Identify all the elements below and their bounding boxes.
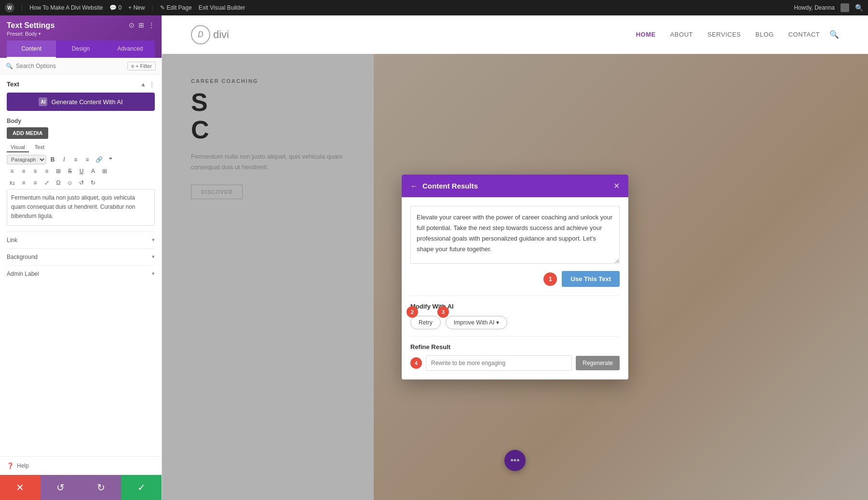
ordered-list-button[interactable]: ≡ <box>82 154 93 165</box>
help-section[interactable]: ❓ Help <box>0 456 162 475</box>
refine-label: Refine Result <box>410 343 620 351</box>
subscript-button[interactable]: x₂ <box>7 177 17 188</box>
toolbar-row-3: x₂ ≡ ≡ ⤢ Ω ☺ ↺ ↻ <box>7 177 155 188</box>
admin-search-icon[interactable]: 🔍 <box>855 4 863 12</box>
regenerate-button[interactable]: Regenerate <box>576 356 620 370</box>
bottom-actions: ✕ ↺ ↻ ✓ <box>0 475 162 500</box>
refine-section: Refine Result 4 Regenerate <box>410 343 620 371</box>
admin-label-section-header[interactable]: Admin Label ▾ <box>7 270 155 277</box>
nav-search-icon[interactable]: 🔍 <box>829 30 839 39</box>
link-button[interactable]: 🔗 <box>94 154 104 165</box>
website-preview: D divi HOME ABOUT SERVICES BLOG CONTACT … <box>162 15 868 500</box>
undo-editor-button[interactable]: ↺ <box>76 177 87 188</box>
refine-input-row: Regenerate <box>426 355 620 371</box>
admin-label-section: Admin Label ▾ <box>7 265 155 282</box>
panel-content: Text ▲ ⋮ AI Generate Content With AI Bod… <box>0 75 162 456</box>
align-left-button[interactable]: ≡ <box>7 166 17 176</box>
redo-button[interactable]: ↻ <box>81 475 122 500</box>
save-button[interactable]: ✓ <box>121 475 162 500</box>
tab-content[interactable]: Content <box>7 41 56 58</box>
refine-input[interactable] <box>426 355 572 371</box>
nav-link-services[interactable]: SERVICES <box>707 31 741 38</box>
wp-logo-icon[interactable]: W <box>5 3 14 13</box>
editor-content-area[interactable]: Fermentum nulla non justo aliquet, quis … <box>7 189 155 226</box>
use-text-button[interactable]: Use This Text <box>562 271 620 287</box>
improve-button[interactable]: Improve With AI ▾ <box>446 316 508 329</box>
special-char-button[interactable]: Ω <box>53 177 64 188</box>
admin-label-chevron-icon: ▾ <box>152 270 155 277</box>
editor-tab-text[interactable]: Text <box>31 143 48 152</box>
panel-header: Text Settings Preset: Body ▾ ⊙ ⊞ ⋮ Conte… <box>0 15 162 58</box>
paragraph-select[interactable]: Paragraph <box>7 155 46 164</box>
new-link[interactable]: + New <box>128 4 145 11</box>
nav-link-blog[interactable]: BLOG <box>756 31 774 38</box>
admin-label-label: Admin Label <box>7 270 39 277</box>
exit-builder-link[interactable]: Exit Visual Builder <box>199 4 245 11</box>
unordered-list-button[interactable]: ≡ <box>70 154 81 165</box>
search-icon: 🔍 <box>6 63 13 69</box>
editor-tab-visual[interactable]: Visual <box>7 143 29 152</box>
align-right-button[interactable]: ≡ <box>30 166 41 176</box>
modal-header-left: ← Content Results <box>410 182 478 190</box>
generate-ai-button[interactable]: AI Generate Content With AI <box>7 93 155 111</box>
retry-button[interactable]: Retry <box>410 316 441 329</box>
tab-design[interactable]: Design <box>56 41 105 58</box>
indent-button[interactable]: ≡ <box>18 177 29 188</box>
nav-link-home[interactable]: HOME <box>636 31 656 38</box>
strikethrough-button[interactable]: S <box>65 166 75 176</box>
background-section-header[interactable]: Background ▾ <box>7 254 155 260</box>
panel-preset[interactable]: Preset: Body ▾ <box>7 31 54 37</box>
panel-header-icons: ⊙ ⊞ ⋮ <box>129 21 155 29</box>
text-section-header: Text ▲ ⋮ <box>7 81 155 88</box>
tab-advanced[interactable]: Advanced <box>106 41 155 58</box>
link-chevron-icon: ▾ <box>152 237 155 243</box>
logo-circle: D <box>191 25 210 44</box>
section-title-text: Text <box>7 81 19 88</box>
modal-header: ← Content Results ✕ <box>402 175 628 197</box>
search-options-input[interactable] <box>16 63 127 69</box>
underline-button[interactable]: U <box>76 166 87 176</box>
emoji-button[interactable]: ☺ <box>65 177 75 188</box>
outdent-button[interactable]: ≡ <box>30 177 41 188</box>
section-toggle-text[interactable]: ▲ ⋮ <box>140 81 155 88</box>
expand-button[interactable]: ⤢ <box>41 177 52 188</box>
badge-1: 1 <box>543 272 557 286</box>
chevron-up-icon: ▲ <box>140 81 146 88</box>
background-section: Background ▾ <box>7 248 155 265</box>
editor-tabs-row: Visual Text <box>7 143 155 152</box>
table-button[interactable]: ⊞ <box>53 166 64 176</box>
add-media-button[interactable]: ADD MEDIA <box>7 127 48 139</box>
admin-bar-right: Howdy, Deanna 🔍 <box>794 3 864 12</box>
undo-button[interactable]: ↺ <box>41 475 81 500</box>
panel-more-icon[interactable]: ⋮ <box>148 21 155 29</box>
content-result-textarea[interactable]: Elevate your career with the power of ca… <box>410 206 620 264</box>
site-logo: D divi <box>191 25 229 44</box>
link-label: Link <box>7 237 17 243</box>
align-center-button[interactable]: ≡ <box>18 166 29 176</box>
panel-tabs: Content Design Advanced <box>7 41 155 58</box>
modal-back-icon[interactable]: ← <box>410 182 418 190</box>
edit-page-link[interactable]: ✎ Edit Page <box>160 4 192 11</box>
site-name-link[interactable]: How To Make A Divi Website <box>29 4 103 11</box>
use-text-row: 1 Use This Text <box>410 271 620 287</box>
modal-body: Elevate your career with the power of ca… <box>402 197 628 379</box>
logo-text: divi <box>213 28 229 41</box>
paste-button[interactable]: ⊞ <box>99 166 110 176</box>
nav-link-contact[interactable]: CONTACT <box>788 31 820 38</box>
blockquote-button[interactable]: ❝ <box>105 154 116 165</box>
nav-link-about[interactable]: ABOUT <box>670 31 693 38</box>
text-color-button[interactable]: A <box>88 166 98 176</box>
admin-bar-separator: | <box>21 4 23 11</box>
align-justify-button[interactable]: ≡ <box>41 166 52 176</box>
filter-button[interactable]: ≡ + Filter <box>127 62 156 70</box>
bold-button[interactable]: B <box>47 154 58 165</box>
italic-button[interactable]: I <box>59 154 69 165</box>
modal-close-button[interactable]: ✕ <box>613 181 620 190</box>
divider-2 <box>410 336 620 337</box>
redo-editor-button[interactable]: ↻ <box>88 177 98 188</box>
panel-settings-icon[interactable]: ⊙ <box>129 21 135 29</box>
close-button[interactable]: ✕ <box>0 475 41 500</box>
comments-icon[interactable]: 💬 0 <box>109 4 122 11</box>
panel-layout-icon[interactable]: ⊞ <box>138 21 144 29</box>
link-section-header[interactable]: Link ▾ <box>7 237 155 243</box>
